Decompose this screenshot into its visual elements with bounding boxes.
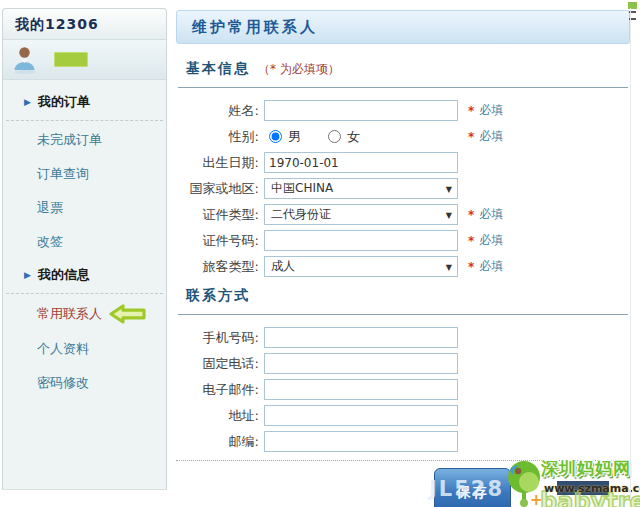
contact-section-header: 联系方式	[186, 287, 630, 307]
required-indicator: * 必填	[468, 102, 503, 119]
sidebar-group-my-info[interactable]: ▶ 我的信息	[3, 259, 166, 291]
username-censor-box	[54, 52, 88, 67]
page-title: 维护常用联系人	[176, 10, 630, 44]
gender-radio-group: 男 女	[264, 128, 458, 146]
sidebar-item-label: 常用联系人	[37, 305, 102, 323]
menu-divider	[6, 293, 163, 294]
sidebar-item-order-query[interactable]: 订单查询	[3, 157, 166, 191]
asterisk-icon: *	[468, 130, 474, 144]
gender-label: 性别:	[176, 128, 264, 146]
sidebar-group-label: 我的订单	[38, 93, 90, 111]
sidebar-item-label: 未完成订单	[37, 131, 102, 149]
passenger-type-select[interactable]: 成人	[264, 256, 458, 277]
form-row-mobile: 手机号码:	[176, 327, 630, 348]
form-row-country: 国家或地区: 中国CHINA	[176, 178, 630, 199]
sidebar-item-refund[interactable]: 退票	[3, 191, 166, 225]
form-row-address: 地址:	[176, 405, 630, 426]
user-avatar-icon	[12, 45, 39, 74]
watermark-site-url: www.szmama.com	[544, 482, 640, 495]
country-selected-value: 中国CHINA	[271, 180, 333, 197]
landline-input[interactable]	[264, 353, 458, 374]
sidebar-item-label: 订单查询	[37, 165, 89, 183]
sidebar-item-frequent-contacts[interactable]: 常用联系人	[3, 296, 166, 332]
triangle-right-icon: ▶	[24, 97, 31, 107]
sidebar-title: 我的12306	[3, 9, 166, 40]
sidebar-item-label: 个人资料	[37, 340, 89, 358]
form-row-zipcode: 邮编:	[176, 431, 630, 452]
landline-label: 固定电话:	[176, 355, 264, 373]
sidebar-item-label: 密码修改	[37, 374, 89, 392]
sidebar-item-change-ticket[interactable]: 改签	[3, 225, 166, 259]
form-row-id-number: 证件号码: * 必填	[176, 230, 630, 251]
asterisk-icon: *	[468, 208, 474, 222]
menu-divider	[6, 120, 163, 121]
asterisk-icon: *	[468, 260, 474, 274]
basic-info-form: 姓名: * 必填 性别: 男 女 * 必填	[176, 100, 630, 277]
section-divider	[178, 314, 628, 315]
passenger-type-selected-value: 成人	[271, 258, 295, 275]
required-indicator: * 必填	[468, 258, 503, 275]
birthdate-input[interactable]	[264, 152, 458, 173]
form-row-landline: 固定电话:	[176, 353, 630, 374]
sidebar-item-label: 退票	[37, 199, 63, 217]
required-indicator: * 必填	[468, 206, 503, 223]
green-arrow-left-icon	[109, 304, 147, 324]
country-label: 国家或地区:	[176, 180, 264, 198]
mobile-label: 手机号码:	[176, 329, 264, 347]
name-label: 姓名:	[176, 102, 264, 120]
email-input[interactable]	[264, 379, 458, 400]
triangle-right-icon: ▶	[24, 270, 31, 280]
passenger-type-label: 旅客类型:	[176, 258, 264, 276]
asterisk-icon: *	[468, 104, 474, 118]
watermark-cluster: babytree + 深圳妈妈网 www.szmama.com	[504, 456, 640, 507]
country-select[interactable]: 中国CHINA	[264, 178, 458, 199]
sidebar-menu: ▶ 我的订单 未完成订单 订单查询 退票 改签 ▶ 我的信息 常用联系人	[3, 80, 166, 400]
sidebar-item-unfinished-orders[interactable]: 未完成订单	[3, 123, 166, 157]
form-row-id-type: 证件类型: 二代身份证 * 必填	[176, 204, 630, 225]
right-edge-line	[630, 8, 631, 500]
basic-info-title: 基本信息	[186, 60, 250, 78]
address-label: 地址:	[176, 407, 264, 425]
email-label: 电子邮件:	[176, 381, 264, 399]
form-row-birthdate: 出生日期:	[176, 152, 630, 173]
zipcode-label: 邮编:	[176, 433, 264, 451]
gender-male-radio[interactable]	[269, 130, 282, 143]
babytree-plus-icon: +	[530, 491, 543, 507]
address-input[interactable]	[264, 405, 458, 426]
gender-male-option[interactable]: 男	[264, 128, 301, 146]
sidebar-item-personal-profile[interactable]: 个人资料	[3, 332, 166, 366]
name-input[interactable]	[264, 100, 458, 121]
id-type-selected-value: 二代身份证	[271, 206, 331, 223]
save-button[interactable]: 保存	[434, 468, 511, 507]
required-indicator: * 必填	[468, 128, 503, 145]
zipcode-input[interactable]	[264, 431, 458, 452]
contact-form: 手机号码: 固定电话: 电子邮件: 地址: 邮编:	[176, 327, 630, 452]
sidebar-item-label: 改签	[37, 233, 63, 251]
form-row-gender: 性别: 男 女 * 必填	[176, 126, 630, 147]
basic-info-section-header: 基本信息 （* 为必填项）	[186, 60, 630, 80]
id-type-select[interactable]: 二代身份证	[264, 204, 458, 225]
caret-down-icon	[446, 266, 452, 268]
birthdate-label: 出生日期:	[176, 154, 264, 172]
asterisk-icon: *	[468, 234, 474, 248]
sidebar-group-my-orders[interactable]: ▶ 我的订单	[3, 86, 166, 118]
sidebar-item-change-password[interactable]: 密码修改	[3, 366, 166, 400]
id-number-label: 证件号码:	[176, 232, 264, 250]
form-row-passenger-type: 旅客类型: 成人 * 必填	[176, 256, 630, 277]
watermark-navy-box	[557, 481, 609, 495]
caret-down-icon	[446, 214, 452, 216]
required-fields-note: （* 为必填项）	[258, 61, 340, 78]
sidebar: 我的12306 ▶ 我的订单 未完成订单 订单查询 退票 改签	[2, 8, 167, 490]
form-row-name: 姓名: * 必填	[176, 100, 630, 121]
sidebar-group-label: 我的信息	[38, 266, 90, 284]
id-number-input[interactable]	[264, 230, 458, 251]
bottom-dotted-divider	[176, 460, 630, 461]
form-row-email: 电子邮件:	[176, 379, 630, 400]
gender-female-option[interactable]: 女	[323, 128, 360, 146]
user-row	[3, 40, 166, 80]
id-type-label: 证件类型:	[176, 206, 264, 224]
mobile-input[interactable]	[264, 327, 458, 348]
section-divider	[178, 87, 628, 88]
contact-section-title: 联系方式	[186, 287, 250, 305]
gender-female-radio[interactable]	[328, 130, 341, 143]
